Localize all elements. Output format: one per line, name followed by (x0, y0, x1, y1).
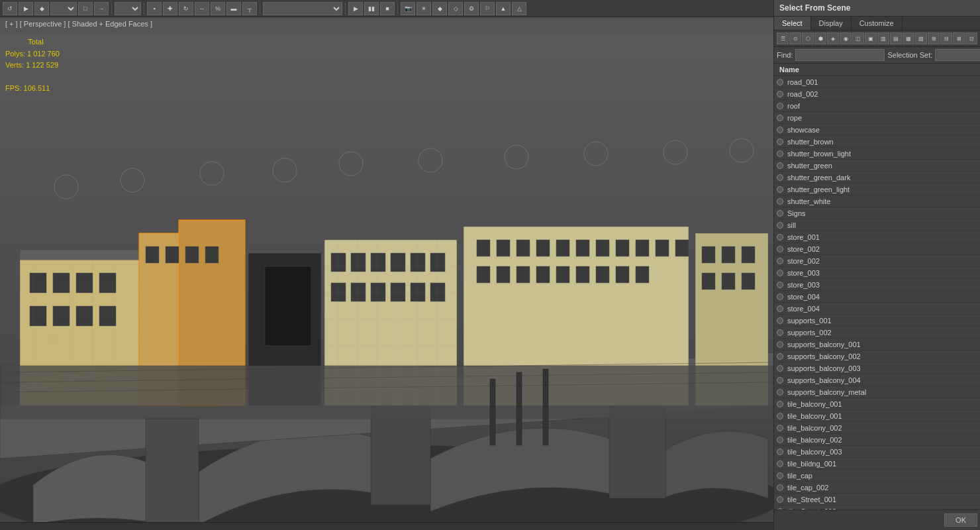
object-name: tile_cap_002 (787, 484, 828, 492)
toolbar-icon-5[interactable]: → (94, 2, 109, 15)
list-item[interactable]: Signs (774, 207, 980, 219)
panel-toolbar-btn-7[interactable]: ▣ (865, 32, 877, 44)
svg-rect-43 (596, 240, 609, 256)
toolbar-move[interactable]: ✚ (163, 2, 177, 15)
list-item[interactable]: supports_002 (774, 327, 980, 339)
toolbar-icon-4[interactable]: □ (78, 2, 93, 15)
toolbar-select[interactable]: ▪ (147, 2, 162, 15)
list-item[interactable]: store_001 (774, 231, 980, 243)
object-radio (777, 329, 783, 336)
toolbar-icon-2[interactable]: ▶ (19, 2, 33, 15)
toolbar-skip[interactable]: ▮▮ (364, 2, 379, 15)
panel-toolbar-btn-12[interactable]: ⊞ (928, 32, 940, 44)
list-item[interactable]: store_003 (774, 267, 980, 279)
svg-rect-25 (351, 253, 366, 272)
toolbar-icon-9[interactable]: ■ (380, 2, 395, 15)
panel-toolbar-btn-0[interactable]: ☰ (777, 32, 789, 44)
ok-button[interactable]: OK (944, 513, 977, 527)
toolbar-play[interactable]: ▶ (348, 2, 363, 15)
toolbar-scale[interactable]: ↔ (195, 2, 209, 15)
toolbar-icon-14[interactable]: ▲ (496, 2, 511, 15)
panel-toolbar-btn-11[interactable]: ▧ (915, 32, 927, 44)
object-name: supports_balcony_003 (787, 364, 861, 372)
list-item[interactable]: store_003 (774, 279, 980, 291)
list-item[interactable]: tile_cap_002 (774, 482, 980, 494)
viewport-label: [ + ] [ Perspective ] [ Shaded + Edged F… (5, 20, 152, 28)
tab-display[interactable]: Display (811, 17, 852, 30)
svg-rect-54 (596, 266, 609, 283)
list-item[interactable]: shutter_brown_light (774, 148, 980, 160)
toolbar-icon-6[interactable]: % (211, 2, 225, 15)
toolbar-icon-1[interactable]: ↺ (3, 2, 17, 15)
object-radio (777, 293, 783, 300)
list-item[interactable]: supports_balcony_metal (774, 386, 980, 398)
list-item[interactable]: showcase (774, 124, 980, 136)
list-item[interactable]: shutter_brown (774, 136, 980, 148)
list-item[interactable]: supports_balcony_004 (774, 374, 980, 386)
panel-toolbar-btn-15[interactable]: ⊡ (965, 32, 977, 44)
tab-select[interactable]: Select (774, 17, 811, 30)
panel-toolbar-btn-4[interactable]: ◈ (827, 32, 839, 44)
list-item[interactable]: shutter_white (774, 195, 980, 207)
toolbar-icon-11[interactable]: ◇ (448, 2, 463, 15)
toolbar-icon-3[interactable]: ◆ (34, 2, 49, 15)
toolbar-icon-10[interactable]: ◆ (432, 2, 447, 15)
toolbar-render[interactable]: ☀ (416, 2, 431, 15)
list-item[interactable]: road_001 (774, 76, 980, 88)
panel-toolbar-btn-3[interactable]: ⬢ (814, 32, 826, 44)
list-item[interactable]: tile_balcony_001 (774, 398, 980, 410)
toolbar-icon-15[interactable]: △ (512, 2, 526, 15)
list-item[interactable]: tile_balcony_001 (774, 410, 980, 422)
list-item[interactable]: shutter_green_dark (774, 172, 980, 184)
list-item[interactable]: shutter_green_light (774, 184, 980, 195)
object-radio (777, 91, 783, 97)
viewport[interactable]: ↺ ▶ ◆ All □ → View ▪ ✚ ↻ ↔ % ▬ ┬ Create … (0, 0, 773, 530)
list-item[interactable]: tile_cap (774, 470, 980, 482)
list-item[interactable]: store_004 (774, 291, 980, 303)
svg-rect-51 (536, 266, 550, 283)
list-item[interactable]: store_004 (774, 303, 980, 315)
list-item[interactable]: road_002 (774, 88, 980, 100)
toolbar-icon-13[interactable]: ⚐ (480, 2, 495, 15)
panel-toolbar-btn-8[interactable]: ▥ (877, 32, 889, 44)
object-list[interactable]: road_001road_002roofropeshowcaseshutter_… (774, 76, 980, 527)
tab-customize[interactable]: Customize (852, 17, 903, 30)
panel-toolbar-btn-13[interactable]: ⊟ (940, 32, 952, 44)
list-item[interactable]: store_002 (774, 255, 980, 267)
panel-toolbar-btn-6[interactable]: ◫ (852, 32, 864, 44)
object-name: tile_balcony_001 (787, 400, 842, 408)
view-dropdown[interactable]: View (115, 2, 141, 15)
panel-toolbar-btn-5[interactable]: ◉ (840, 32, 852, 44)
selection-set-input[interactable] (935, 49, 980, 61)
list-item[interactable]: roof (774, 100, 980, 112)
list-item[interactable]: supports_001 (774, 315, 980, 327)
list-item[interactable]: tile_bildng_001 (774, 458, 980, 470)
panel-toolbar-btn-9[interactable]: ▤ (890, 32, 902, 44)
list-item[interactable]: rope (774, 112, 980, 124)
panel-toolbar-btn-14[interactable]: ⊠ (953, 32, 965, 44)
panel-toolbar-btn-10[interactable]: ▦ (903, 32, 914, 44)
list-item[interactable]: tile_balcony_002 (774, 422, 980, 434)
object-name: sill (787, 221, 796, 229)
create-selection-dropdown[interactable]: Create Selection Se... (263, 2, 342, 15)
toolbar-icon-7[interactable]: ▬ (226, 2, 241, 15)
toolbar-rotate[interactable]: ↻ (179, 2, 193, 15)
list-item[interactable]: shutter_green (774, 160, 980, 172)
list-item[interactable]: supports_balcony_003 (774, 362, 980, 374)
toolbar-icon-8[interactable]: ┬ (242, 2, 257, 15)
all-dropdown[interactable]: All (50, 2, 77, 15)
list-item[interactable]: store_002 (774, 243, 980, 255)
list-item[interactable]: tile_balcony_003 (774, 446, 980, 458)
svg-rect-56 (636, 266, 649, 283)
panel-toolbar-btn-2[interactable]: ⬡ (802, 32, 814, 44)
list-item[interactable]: tile_balcony_002 (774, 434, 980, 446)
panel-toolbar-btn-1[interactable]: ⊙ (789, 32, 801, 44)
list-item[interactable]: sill (774, 219, 980, 231)
toolbar-icon-12[interactable]: ⚙ (464, 2, 479, 15)
list-item[interactable]: supports_balcony_001 (774, 339, 980, 350)
list-item[interactable]: supports_balcony_002 (774, 350, 980, 362)
list-item[interactable]: tile_Street_001 (774, 494, 980, 505)
find-input[interactable] (795, 49, 885, 61)
scene-svg: + (0, 34, 773, 530)
toolbar-cam[interactable]: 📷 (401, 2, 415, 15)
